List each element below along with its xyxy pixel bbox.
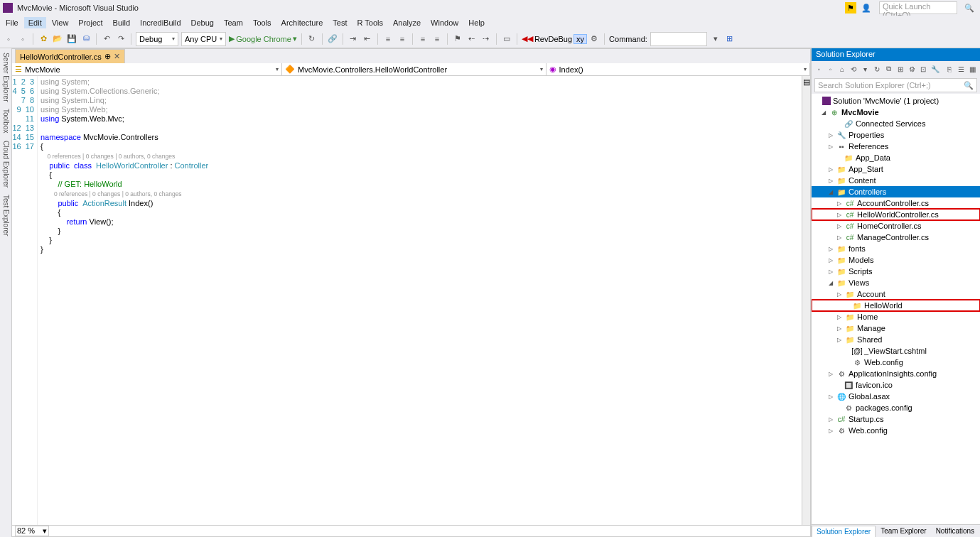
view-designer-icon[interactable]: ☰ xyxy=(957,64,965,74)
menu-build[interactable]: Build xyxy=(109,17,134,28)
refresh-icon[interactable]: ↻ xyxy=(873,64,881,74)
helloworld-view-folder[interactable]: 📁HelloWorld xyxy=(812,300,980,311)
save-all-icon[interactable]: ⛁ xyxy=(80,33,92,45)
menu-edit[interactable]: Edit xyxy=(24,17,46,28)
revdebug-label[interactable]: RevDeBug xyxy=(534,35,572,43)
tree-item[interactable]: ▷🌐Global.asax xyxy=(812,391,980,402)
document-tab[interactable]: HelloWorldController.cs ⊕ ✕ xyxy=(15,49,125,63)
redo-icon[interactable]: ↷ xyxy=(115,33,126,45)
tree-item[interactable]: ▷⚙Web.config xyxy=(812,425,980,436)
split-icon[interactable]: ▤ xyxy=(802,76,810,525)
tree-item[interactable]: ▷🔧Properties xyxy=(812,129,980,141)
browse-icon[interactable]: 🔗 xyxy=(327,33,338,45)
menu-debug[interactable]: Debug xyxy=(187,17,218,28)
collapse-icon[interactable]: ⧉ xyxy=(884,64,893,74)
next-bookmark-icon[interactable]: ⇢ xyxy=(480,33,492,45)
menu-team[interactable]: Team xyxy=(220,17,247,28)
tree-item[interactable]: ⚙packages.config xyxy=(812,402,980,413)
class-view-icon[interactable]: ▦ xyxy=(969,64,977,74)
solution-node[interactable]: Solution 'MvcMovie' (1 project) xyxy=(812,95,980,107)
menu-tools[interactable]: Tools xyxy=(249,17,276,28)
menu-window[interactable]: Window xyxy=(426,17,463,28)
tree-item[interactable]: ▷c#AccountController.cs xyxy=(812,197,980,209)
tree-item[interactable]: ▷c#Startup.cs xyxy=(812,413,980,425)
home-icon[interactable]: ⌂ xyxy=(838,64,846,74)
back-icon[interactable]: ◦ xyxy=(814,64,823,74)
code-editor[interactable]: 1 2 3 4 5 6 7 8 9 10 11 12 13 14 15 16 1… xyxy=(12,76,810,525)
project-node[interactable]: ◢⊕MvcMovie xyxy=(812,107,980,118)
step-icon[interactable]: ⇤ xyxy=(362,33,373,45)
controllers-folder[interactable]: ◢📁Controllers xyxy=(812,186,980,197)
menu-analyze[interactable]: Analyze xyxy=(389,17,425,28)
views-folder[interactable]: ◢📁Views xyxy=(812,277,980,288)
tree-item[interactable]: ▷📁Content xyxy=(812,175,980,186)
rewind-icon[interactable]: ◀◀ xyxy=(522,34,533,43)
cloud-explorer-tab[interactable]: Cloud Explorer xyxy=(2,141,10,188)
type-combo[interactable]: 🔶MvcMovie.Controllers.HelloWorldControll… xyxy=(282,63,546,75)
menu-view[interactable]: View xyxy=(48,17,73,28)
bookmark-icon[interactable]: ⚑ xyxy=(452,33,463,45)
refresh-icon[interactable]: ↻ xyxy=(306,33,318,45)
account-icon[interactable]: 👤 xyxy=(861,2,872,13)
menu-project[interactable]: Project xyxy=(74,17,107,28)
notification-flag-icon[interactable]: ⚑ xyxy=(845,2,856,13)
command-input[interactable] xyxy=(650,32,707,46)
tree-item[interactable]: ⚙Web.config xyxy=(812,357,980,368)
xy-badge[interactable]: xy xyxy=(574,34,587,44)
test-explorer-tab[interactable]: Test Explorer xyxy=(2,195,10,236)
preview-icon[interactable]: ⊡ xyxy=(919,64,927,74)
command-go-icon[interactable]: ▾ xyxy=(710,33,721,45)
member-combo[interactable]: ◉Index() xyxy=(546,63,811,75)
search-icon[interactable]: 🔍 xyxy=(962,4,977,13)
tree-item[interactable]: ▷📁Home xyxy=(812,311,980,322)
nav-fwd-icon[interactable]: ◦ xyxy=(17,33,28,45)
nav-back-icon[interactable]: ◦ xyxy=(3,33,14,45)
config-combo[interactable]: Debug xyxy=(136,32,178,46)
quick-launch-input[interactable]: Quick Launch (Ctrl+Q) xyxy=(879,1,957,14)
start-button[interactable]: ▶ Google Chrome ▾ xyxy=(229,34,297,43)
show-all-icon[interactable]: ⊞ xyxy=(896,64,905,74)
view-code-icon[interactable]: ⎘ xyxy=(945,64,954,74)
tree-item[interactable]: ▷c#ManageController.cs xyxy=(812,232,980,243)
tree-item[interactable]: ▷📁App_Start xyxy=(812,163,980,175)
footer-tab-team[interactable]: Team Explorer xyxy=(876,526,930,536)
toolbox-tab[interactable]: Toolbox xyxy=(2,109,10,133)
code-text[interactable]: using System; using System.Collections.G… xyxy=(38,76,802,525)
tree-item[interactable]: ▷⚙ApplicationInsights.config xyxy=(812,368,980,379)
tree-item[interactable]: 🔗Connected Services xyxy=(812,118,980,129)
tree-item[interactable]: 🔲favicon.ico xyxy=(812,379,980,391)
tree-item[interactable]: ▷📁Manage xyxy=(812,322,980,334)
tree-item[interactable]: ▷c#HomeController.cs xyxy=(812,220,980,232)
open-file-icon[interactable]: 📂 xyxy=(52,33,63,45)
sync-icon[interactable]: ⟲ xyxy=(849,64,858,74)
solution-search-input[interactable]: Search Solution Explorer (Ctrl+;)🔍 xyxy=(814,78,977,92)
tree-item[interactable]: ▷📁Models xyxy=(812,254,980,266)
tree-item[interactable]: ▷📁fonts xyxy=(812,243,980,254)
pin-icon[interactable]: ⊕ xyxy=(104,52,111,61)
comment-icon[interactable]: ≡ xyxy=(417,33,429,45)
menu-file[interactable]: File xyxy=(1,17,23,28)
footer-tab-solution[interactable]: Solution Explorer xyxy=(812,526,876,537)
toggle-icon[interactable]: ▭ xyxy=(501,33,512,45)
properties-icon[interactable]: ⚙ xyxy=(908,64,916,74)
tree-item[interactable]: ▷📁Scripts xyxy=(812,266,980,277)
undo-icon[interactable]: ↶ xyxy=(101,33,112,45)
tree-item[interactable]: [@]_ViewStart.cshtml xyxy=(812,345,980,357)
tree-item[interactable]: ▷📁Shared xyxy=(812,334,980,345)
solution-tree[interactable]: Solution 'MvcMovie' (1 project) ◢⊕MvcMov… xyxy=(812,94,980,524)
wrench-icon[interactable]: 🔧 xyxy=(931,64,939,74)
pending-icon[interactable]: ▾ xyxy=(861,64,869,74)
zoom-combo[interactable]: 82 %▾ xyxy=(15,526,49,536)
platform-combo[interactable]: Any CPU xyxy=(181,32,226,46)
menu-test[interactable]: Test xyxy=(328,17,351,28)
indent-icon[interactable]: ≡ xyxy=(382,33,394,45)
step-icon[interactable]: ⇥ xyxy=(348,33,359,45)
server-explorer-tab[interactable]: Server Explorer xyxy=(2,53,10,102)
gear-icon[interactable]: ⚙ xyxy=(588,33,600,45)
outdent-icon[interactable]: ≡ xyxy=(397,33,408,45)
prev-bookmark-icon[interactable]: ⇠ xyxy=(466,33,478,45)
new-project-icon[interactable]: ✿ xyxy=(38,33,49,45)
menu-help[interactable]: Help xyxy=(464,17,489,28)
fwd-icon[interactable]: ◦ xyxy=(826,64,834,74)
menu-architecture[interactable]: Architecture xyxy=(277,17,328,28)
